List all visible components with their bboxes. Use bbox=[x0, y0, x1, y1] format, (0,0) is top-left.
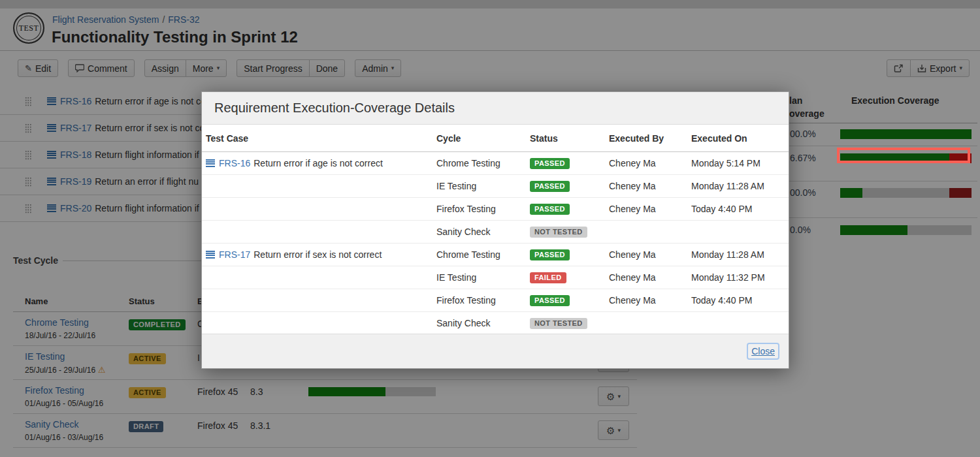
status-badge: PASSED bbox=[530, 295, 570, 306]
modal-executed-on-cell: Today 4:40 PM bbox=[691, 295, 789, 306]
modal-col-header-0: Test Case bbox=[206, 133, 436, 144]
modal-executed-by-cell: Cheney Ma bbox=[609, 181, 691, 191]
modal-status-cell: PASSED bbox=[530, 294, 609, 306]
test-case-summary: Return error if age is not correct bbox=[253, 158, 383, 168]
modal-execution-row: IE TestingFAILEDCheney MaMonday 11:32 PM bbox=[202, 266, 789, 289]
modal-cycle-cell: Firefox Testing bbox=[436, 295, 530, 306]
modal-status-cell: NOT TESTED bbox=[530, 317, 609, 329]
modal-cycle-cell: Chrome Testing bbox=[436, 249, 530, 260]
coverage-highlight-box bbox=[837, 148, 970, 163]
test-case-icon bbox=[206, 159, 215, 167]
modal-col-header-3: Executed By bbox=[609, 133, 691, 144]
modal-executed-by-cell: Cheney Ma bbox=[609, 295, 691, 306]
modal-col-header-4: Executed On bbox=[691, 133, 789, 144]
status-badge: PASSED bbox=[530, 158, 570, 169]
modal-testcase-cell: FRS-16Return error if age is not correct bbox=[206, 158, 436, 168]
modal-execution-row: IE TestingPASSEDCheney MaMonday 11:28 AM bbox=[202, 175, 789, 198]
test-case-key-link[interactable]: FRS-17 bbox=[219, 249, 250, 260]
status-badge: PASSED bbox=[530, 249, 570, 260]
modal-status-cell: PASSED bbox=[530, 157, 609, 169]
modal-execution-row: Sanity CheckNOT TESTED bbox=[202, 312, 789, 335]
requirement-coverage-modal: Requirement Execution-Coverage Details T… bbox=[201, 91, 789, 369]
modal-executed-on-cell: Monday 11:32 PM bbox=[691, 272, 789, 283]
modal-executed-by-cell: Cheney Ma bbox=[609, 158, 691, 168]
status-badge: NOT TESTED bbox=[530, 227, 587, 238]
modal-testcase-cell: FRS-17Return error if sex is not correct bbox=[206, 249, 436, 260]
modal-table-header: Test CaseCycleStatusExecuted ByExecuted … bbox=[202, 125, 789, 152]
modal-status-cell: PASSED bbox=[530, 203, 609, 215]
modal-cycle-cell: Chrome Testing bbox=[436, 158, 530, 168]
modal-execution-row: Sanity CheckNOT TESTED bbox=[202, 221, 789, 244]
modal-cycle-cell: Firefox Testing bbox=[436, 204, 530, 214]
modal-executed-by-cell: Cheney Ma bbox=[609, 204, 691, 214]
modal-cycle-cell: Sanity Check bbox=[436, 227, 530, 237]
modal-executed-on-cell: Monday 11:28 AM bbox=[691, 249, 789, 260]
modal-title: Requirement Execution-Coverage Details bbox=[202, 101, 455, 116]
status-badge: FAILED bbox=[530, 272, 566, 283]
modal-execution-row: FRS-17Return error if sex is not correct… bbox=[202, 244, 789, 266]
modal-status-cell: PASSED bbox=[530, 249, 609, 260]
modal-cycle-cell: IE Testing bbox=[436, 272, 530, 283]
test-case-icon bbox=[206, 251, 215, 259]
test-case-summary: Return error if sex is not correct bbox=[253, 249, 382, 260]
modal-status-cell: NOT TESTED bbox=[530, 226, 609, 238]
modal-execution-row: FRS-16Return error if age is not correct… bbox=[202, 152, 789, 175]
modal-table-body: FRS-16Return error if age is not correct… bbox=[202, 152, 789, 335]
modal-executed-on-cell: Today 4:40 PM bbox=[691, 204, 789, 214]
modal-status-cell: PASSED bbox=[530, 180, 609, 192]
modal-executed-on-cell: Monday 5:14 PM bbox=[691, 158, 789, 168]
modal-executed-by-cell: Cheney Ma bbox=[609, 249, 691, 260]
test-case-key-link[interactable]: FRS-16 bbox=[219, 158, 250, 168]
modal-header: Requirement Execution-Coverage Details bbox=[202, 92, 789, 125]
status-badge: NOT TESTED bbox=[530, 318, 587, 329]
modal-col-header-2: Status bbox=[530, 133, 609, 144]
modal-col-header-1: Cycle bbox=[436, 133, 530, 144]
modal-execution-row: Firefox TestingPASSEDCheney MaToday 4:40… bbox=[202, 198, 789, 221]
modal-cycle-cell: IE Testing bbox=[436, 181, 530, 191]
modal-execution-row: Firefox TestingPASSEDCheney MaToday 4:40… bbox=[202, 289, 789, 312]
modal-executed-by-cell: Cheney Ma bbox=[609, 272, 691, 283]
modal-status-cell: FAILED bbox=[530, 272, 609, 283]
modal-executed-on-cell: Monday 11:28 AM bbox=[691, 181, 789, 191]
status-badge: PASSED bbox=[530, 204, 570, 215]
page: TEST Flight Reservation System/FRS-32 Fu… bbox=[0, 0, 980, 457]
status-badge: PASSED bbox=[530, 181, 570, 192]
modal-cycle-cell: Sanity Check bbox=[436, 318, 530, 328]
modal-footer: Close bbox=[202, 334, 789, 368]
close-button[interactable]: Close bbox=[747, 343, 779, 360]
